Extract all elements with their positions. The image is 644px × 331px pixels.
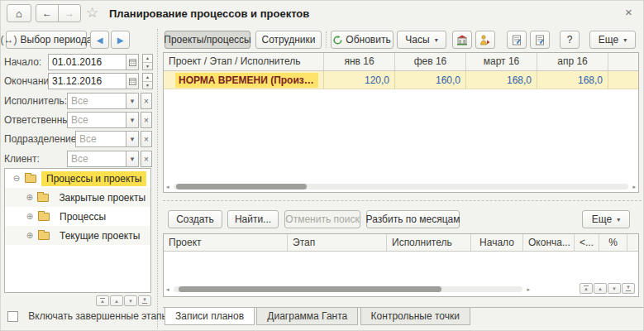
- find-button[interactable]: Найти...: [227, 210, 279, 228]
- responsible-clear-button[interactable]: ×: [141, 112, 152, 128]
- column-header-mar[interactable]: март 16: [466, 53, 537, 70]
- production-calendar-button[interactable]: [452, 31, 472, 49]
- start-date-picker-button[interactable]: [126, 54, 139, 70]
- tab-gantt-chart[interactable]: Диаграмма Ганта: [256, 308, 358, 325]
- plan-table-hscrollbar[interactable]: ◂ ▸: [165, 183, 637, 190]
- performer-clear-button[interactable]: ×: [141, 93, 152, 109]
- scroll-right-icon[interactable]: ▸: [527, 285, 530, 293]
- start-date-spinner[interactable]: ▲ ▼: [142, 54, 153, 70]
- client-select[interactable]: [67, 151, 127, 167]
- client-label: Клиент:: [4, 153, 40, 165]
- collapse-icon[interactable]: ⊖: [12, 174, 21, 183]
- view-employees-button[interactable]: Сотрудники: [255, 31, 322, 49]
- back-button[interactable]: ←: [36, 4, 59, 22]
- split-by-months-button[interactable]: Разбить по месяцам: [366, 210, 460, 228]
- find-label: Найти...: [235, 213, 271, 225]
- column-header-start[interactable]: Начало: [471, 234, 523, 251]
- expand-icon[interactable]: ⊕: [25, 231, 35, 240]
- tree-item-closed-projects[interactable]: ⊕ Закрытые проекты: [5, 188, 150, 207]
- create-button[interactable]: Создать: [168, 210, 222, 228]
- move-first-button[interactable]: ▲: [96, 295, 109, 306]
- column-header-feb[interactable]: фев 16: [395, 53, 466, 70]
- column-header-project[interactable]: Проект / Этап / Исполнитель: [164, 53, 324, 70]
- value-cell-apr[interactable]: 168,0: [537, 71, 608, 89]
- refresh-button[interactable]: Обновить: [331, 31, 394, 49]
- responsible-dropdown-button[interactable]: ▾: [126, 112, 139, 128]
- records-more-button[interactable]: Еще ▾: [582, 210, 630, 228]
- expand-icon[interactable]: ⊕: [25, 193, 34, 202]
- column-header-project[interactable]: Проект: [164, 234, 288, 251]
- move-up-button[interactable]: ▲: [110, 295, 123, 306]
- refresh-icon: [333, 36, 342, 45]
- scroll-right-icon[interactable]: ▸: [632, 183, 636, 190]
- client-clear-button[interactable]: ×: [141, 151, 152, 167]
- forward-icon: →: [64, 7, 74, 19]
- chevron-down-icon: ▾: [617, 216, 620, 223]
- previous-period-button[interactable]: ◀: [90, 31, 109, 49]
- paste-settings-button[interactable]: [530, 31, 550, 49]
- hours-dropdown[interactable]: Часы ▾: [397, 31, 446, 49]
- department-clear-button[interactable]: ×: [141, 131, 152, 147]
- panel-splitter[interactable]: [157, 29, 158, 329]
- value-cell-feb[interactable]: 160,0: [395, 71, 466, 89]
- tree-item-processes[interactable]: ⊕ Процессы: [5, 207, 150, 226]
- responsible-select[interactable]: [67, 112, 127, 128]
- tab-plan-records[interactable]: Записи планов: [165, 308, 255, 325]
- scroll-left-icon[interactable]: ◂: [166, 285, 169, 293]
- section-splitter[interactable]: [163, 200, 642, 201]
- move-up-button[interactable]: ▲: [594, 283, 607, 294]
- column-header-end[interactable]: Оконча...: [523, 234, 575, 251]
- value-cell-mar[interactable]: 168,0: [466, 71, 537, 89]
- view-projects-button[interactable]: Проекты/процессы: [165, 31, 250, 49]
- column-header-percent[interactable]: %: [599, 234, 627, 251]
- scrollbar-thumb[interactable]: [179, 286, 441, 292]
- more-actions-button[interactable]: Еще ▾: [589, 31, 636, 49]
- move-down-button[interactable]: ▼: [124, 295, 137, 306]
- scroll-left-icon[interactable]: ◂: [166, 183, 169, 190]
- folder-icon: [25, 175, 36, 183]
- start-date-input[interactable]: [48, 54, 127, 70]
- next-period-button[interactable]: ▶: [111, 31, 130, 49]
- end-date-picker-button[interactable]: [126, 73, 139, 89]
- employee-assignment-button[interactable]: [475, 31, 495, 49]
- performer-dropdown-button[interactable]: ▾: [126, 93, 139, 109]
- tree-item-current-projects[interactable]: ⊕ Текущие проекты: [5, 226, 150, 245]
- scrollbar-thumb[interactable]: [176, 184, 307, 189]
- column-header-jan[interactable]: янв 16: [324, 53, 395, 70]
- period-range-icon: (↔): [1, 34, 17, 46]
- help-icon: ?: [567, 34, 573, 46]
- tree-item-label: Процессы: [55, 209, 111, 224]
- close-icon[interactable]: ×: [625, 5, 632, 19]
- row-name-cell[interactable]: НОРМА ВРЕМЕНИ (Производст...: [164, 71, 324, 89]
- cancel-search-button[interactable]: Отменить поиск: [284, 210, 360, 228]
- column-header-less[interactable]: <...: [575, 234, 599, 251]
- table-row-time-norm[interactable]: НОРМА ВРЕМЕНИ (Производст... 120,0 160,0…: [164, 71, 638, 89]
- records-table-hscrollbar[interactable]: ◂ ▸: [165, 285, 531, 293]
- column-header-stage[interactable]: Этап: [288, 234, 387, 251]
- copy-settings-button[interactable]: [507, 31, 527, 49]
- column-header-apr[interactable]: апр 16: [537, 53, 608, 70]
- department-dropdown-button[interactable]: ▾: [126, 131, 139, 147]
- expand-icon[interactable]: ⊕: [25, 212, 35, 221]
- move-last-button[interactable]: ▼: [138, 295, 151, 306]
- move-first-button[interactable]: ▲: [580, 283, 593, 294]
- move-down-button[interactable]: ▼: [608, 283, 621, 294]
- home-button[interactable]: ⌂: [7, 4, 31, 22]
- help-button[interactable]: ?: [560, 31, 580, 49]
- include-finished-stages[interactable]: Включать завершенные этапы: [7, 310, 169, 324]
- favorite-star-icon[interactable]: ☆: [86, 4, 98, 22]
- forward-button[interactable]: →: [58, 4, 81, 22]
- value-cell-jan[interactable]: 120,0: [324, 71, 395, 89]
- select-period-button[interactable]: (↔) Выбор периода: [6, 31, 87, 49]
- checkbox-unchecked-icon[interactable]: [7, 311, 18, 322]
- department-select[interactable]: [75, 131, 127, 147]
- column-header-performer[interactable]: Исполнитель: [387, 234, 471, 251]
- client-dropdown-button[interactable]: ▾: [126, 151, 139, 167]
- end-date-input[interactable]: [48, 73, 127, 89]
- performer-select[interactable]: [67, 93, 127, 109]
- tab-control-points[interactable]: Контрольные точки: [360, 308, 470, 325]
- tab-control-points-label: Контрольные точки: [371, 310, 460, 322]
- tree-item-processes-and-projects[interactable]: ⊖ Процессы и проекты: [5, 169, 150, 188]
- move-last-button[interactable]: ▼: [622, 283, 635, 294]
- end-date-spinner[interactable]: ▲ ▼: [142, 73, 153, 89]
